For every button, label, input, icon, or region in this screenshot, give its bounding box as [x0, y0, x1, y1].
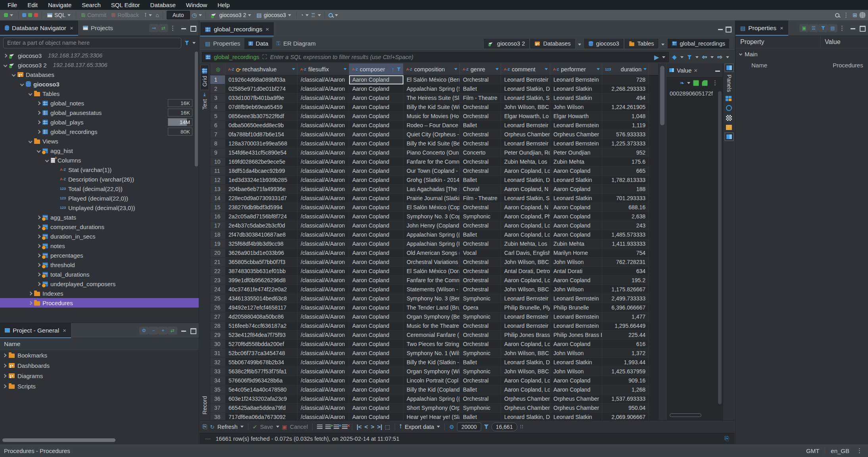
data-cell-genre[interactable]: Symphonic: [460, 367, 501, 376]
tree-collapse-icon[interactable]: [29, 139, 33, 143]
data-cell-comment[interactable]: Elgar Howarth, Lo: [501, 112, 550, 121]
data-cell-duration[interactable]: 728: [602, 75, 649, 84]
data-cell-duration[interactable]: 494: [602, 94, 649, 103]
tree-item-giocoso3[interactable]: giocoso3: [0, 79, 199, 89]
tree-expand-icon[interactable]: [29, 301, 33, 305]
fetch-size-input[interactable]: 20000: [457, 423, 481, 431]
data-cell-composer[interactable]: Aaron Copland: [349, 294, 403, 303]
row-number-cell[interactable]: 15: [210, 203, 225, 212]
data-cell-genre[interactable]: Orchestral: [460, 340, 501, 349]
data-cell-filesuffix[interactable]: /classical/A/Aaron: [298, 276, 349, 285]
data-cell-duration[interactable]: 616: [602, 340, 649, 349]
column-header-composer[interactable]: A-Zcomposer↑: [349, 63, 403, 75]
row-number-cell[interactable]: 27: [210, 312, 225, 321]
data-cell-comment[interactable]: Leonard Bernsteir: [501, 294, 550, 303]
data-cell-filesuffix[interactable]: /classical/A/Aaron: [298, 148, 349, 157]
references-panel-icon[interactable]: [726, 105, 732, 111]
column-filter-caret[interactable]: [454, 68, 457, 70]
data-cell-rechashvalue[interactable]: 325f68df4b9b3d9cc98: [225, 239, 298, 249]
row-number-cell[interactable]: 8: [210, 139, 225, 148]
sync-icon[interactable]: ⇄: [168, 327, 177, 335]
table-row[interactable]: 21365805cbba5f7bb0f7f3/classical/A/Aaron…: [210, 258, 658, 267]
project-item-scripts[interactable]: Scripts: [0, 381, 199, 391]
data-cell-performer[interactable]: Leonard Slatkin: [550, 358, 602, 367]
data-cell-duration[interactable]: 1,225.373333: [602, 139, 649, 148]
expand-properties-icon[interactable]: ▤: [828, 24, 837, 32]
save-value-as-icon[interactable]: [702, 80, 708, 86]
data-cell-rechashvalue[interactable]: 2e4b37c5dabe2b3cf0d: [225, 221, 298, 230]
apply-filter-icon[interactable]: ▶: [654, 54, 659, 61]
data-cell-composition[interactable]: El Salón México (Dora: [403, 267, 460, 276]
table-row[interactable]: 38717df6ea06da7673092/classical/A/AaronA…: [210, 413, 658, 420]
locale-indicator[interactable]: en_GB: [831, 447, 849, 454]
value-hscrollbar[interactable]: [670, 413, 701, 417]
filter-expression-box[interactable]: global_recordings ⛶ Enter a SQL expressi…: [202, 52, 669, 62]
refresh-button[interactable]: Refresh: [217, 424, 238, 430]
data-cell-composer[interactable]: Aaron Copland: [349, 112, 403, 121]
data-cell-rechashvalue[interactable]: 033d1007fb401ba9f9e: [225, 94, 298, 103]
data-cell-performer[interactable]: Aaron Copland: [550, 385, 602, 394]
data-cell-composition[interactable]: Lincoln Portrait (Copl: [403, 376, 460, 385]
table-row[interactable]: 50856eee3b307522f6df/classical/A/AaronAa…: [210, 112, 658, 121]
data-cell-duration[interactable]: 1,119: [602, 121, 649, 130]
data-cell-performer[interactable]: Aaron Copland: [550, 221, 602, 230]
project-item-diagrams[interactable]: Diagrams: [0, 371, 199, 381]
table-row[interactable]: 1118df51da4bcaec92b99/classical/A/AaronA…: [210, 166, 658, 176]
table-row[interactable]: 203626a901bd1e033b96/classical/A/AaronAa…: [210, 249, 658, 258]
table-row[interactable]: 3152bc06f737ca3454748/classical/A/AaronA…: [210, 349, 658, 358]
project-settings-icon[interactable]: ⚙: [139, 327, 149, 335]
row-number-cell[interactable]: 12: [210, 176, 225, 185]
row-number-cell[interactable]: 33: [210, 367, 225, 376]
data-cell-performer[interactable]: Aaron Copland: [550, 212, 602, 221]
filter-properties-icon[interactable]: [818, 24, 828, 32]
data-cell-filesuffix[interactable]: /classical/A/Aaron: [298, 394, 349, 403]
data-cell-rechashvalue[interactable]: 665425a8ae5ddea79fd: [225, 403, 298, 413]
copy-status-icon[interactable]: ⎘: [724, 435, 729, 442]
tree-expand-icon[interactable]: [37, 272, 41, 276]
data-cell-composer[interactable]: Aaron Copland: [349, 340, 403, 349]
data-cell-composition[interactable]: John Henry (Copland: [403, 221, 460, 230]
data-cell-performer[interactable]: Aaron Copland: [550, 276, 602, 285]
data-cell-rechashvalue[interactable]: 5270f6d558bdda200ef: [225, 340, 298, 349]
data-cell-composition[interactable]: El Salón México (Copl: [403, 203, 460, 212]
data-cell-performer[interactable]: Leonard Slatkin: [550, 194, 602, 203]
table-row[interactable]: 36603e1f2433202afa23c9/classical/A/Aaron…: [210, 394, 658, 403]
data-cell-comment[interactable]: Aaron Copland, N: [501, 185, 550, 194]
row-number-cell[interactable]: 11: [210, 166, 225, 176]
data-cell-duration[interactable]: 188: [602, 185, 649, 194]
minimize-icon[interactable]: [715, 68, 720, 73]
column-header-duration[interactable]: 123duration: [602, 63, 649, 75]
data-cell-composition[interactable]: Orchestral Variations: [403, 258, 460, 267]
data-cell-composition[interactable]: Symphony No. 3 (Cop: [403, 212, 460, 221]
tree-item-agg-stats[interactable]: agg_stats: [0, 212, 199, 222]
data-cell-composer[interactable]: Aaron Copland: [349, 276, 403, 285]
data-cell-filesuffix[interactable]: /classical/A/Aaron: [298, 312, 349, 321]
data-cell-filesuffix[interactable]: /classical/A/Aaron: [298, 413, 349, 420]
column-header-genre[interactable]: A-Zgenre: [460, 63, 501, 75]
data-cell-rechashvalue[interactable]: 2f47db3038410687ae8: [225, 230, 298, 239]
column-header-composition[interactable]: A-Zcomposition: [403, 63, 460, 75]
data-cell-filesuffix[interactable]: /classical/A/Aaron: [298, 203, 349, 212]
table-row[interactable]: 8128a3700031e99ea568/classical/A/AaronAa…: [210, 139, 658, 148]
data-cell-filesuffix[interactable]: /classical/A/Aaron: [298, 285, 349, 294]
data-cell-filesuffix[interactable]: /classical/A/Aaron: [298, 358, 349, 367]
tree-expand-icon[interactable]: [37, 234, 41, 238]
data-cell-composer[interactable]: Aaron Copland: [349, 157, 403, 166]
data-cell-filesuffix[interactable]: /classical/A/Aaron: [298, 249, 349, 258]
row-number-cell[interactable]: 23: [210, 276, 225, 285]
row-number-cell[interactable]: 18: [210, 230, 225, 239]
tree-item-notes[interactable]: notes: [0, 241, 199, 250]
data-cell-genre[interactable]: Ballet: [460, 84, 501, 94]
data-cell-composition[interactable]: Fanfare for the Comn: [403, 157, 460, 166]
column-header-rechashvalue[interactable]: A-Zrechashvalue: [225, 63, 298, 75]
tree-expand-icon[interactable]: [37, 101, 41, 105]
data-cell-filesuffix[interactable]: /classical/A/Aaron: [298, 294, 349, 303]
data-cell-duration[interactable]: 576.933333: [602, 130, 649, 139]
data-cell-filesuffix[interactable]: /classical/A/Aaron: [298, 303, 349, 312]
data-cell-duration[interactable]: 1,048: [602, 112, 649, 121]
data-cell-comment[interactable]: Leonard Bernsteir: [501, 75, 550, 84]
table-row[interactable]: 9154fd6e431cf5c890e54/classical/A/AaronA…: [210, 148, 658, 157]
data-cell-filesuffix[interactable]: /classical/A/Aaron: [298, 194, 349, 203]
tree-collapse-icon[interactable]: [37, 149, 41, 153]
data-cell-genre[interactable]: Symphonic: [460, 349, 501, 358]
